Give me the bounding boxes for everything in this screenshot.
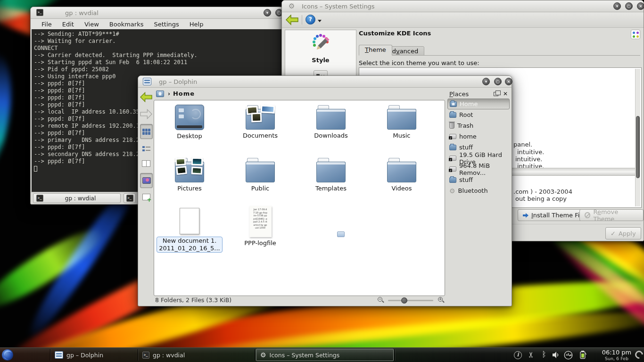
icons-view-button[interactable] <box>140 124 153 139</box>
minimize-button[interactable]: ▾ <box>482 78 490 85</box>
folder-item[interactable]: Pictures <box>157 156 223 192</box>
places-item-trash[interactable]: Trash <box>447 120 510 131</box>
pictures-folder-icon <box>175 158 204 182</box>
file-item[interactable]: Jan 17 09:4 7:18 gp-Asp ire-5738 pp pd[1… <box>227 206 293 247</box>
scrollbar[interactable] <box>635 69 640 206</box>
menu-settings[interactable]: Settings <box>149 21 183 28</box>
back-arrow-icon[interactable] <box>286 15 298 25</box>
folder-icon <box>449 112 456 118</box>
taskbar-task-konsole[interactable]: gp : wvdial <box>139 349 254 361</box>
back-button[interactable] <box>140 90 153 104</box>
dolphin-app-icon <box>55 351 63 359</box>
home-icon <box>450 101 457 107</box>
drag-ghost-icon <box>337 231 345 237</box>
split-view-icon <box>142 194 150 200</box>
konsole-tab[interactable]: gp : wvdial <box>33 193 121 203</box>
zoom-out-icon[interactable]: − <box>378 297 384 304</box>
bluetooth-icon[interactable]: ᛒ <box>542 350 546 359</box>
new-tab-button[interactable] <box>124 193 136 203</box>
details-view-button[interactable] <box>140 142 153 155</box>
menu-bookmarks[interactable]: Bookmarks <box>105 21 148 28</box>
split-view-button[interactable] <box>140 190 153 204</box>
battery-icon[interactable] <box>579 350 586 360</box>
close-button[interactable]: × <box>505 78 512 85</box>
folder-view[interactable]: Desktop Documents Downloads Music <box>154 100 445 296</box>
scrollbar-thumb[interactable] <box>636 116 640 178</box>
minimize-button[interactable]: ▾ <box>264 9 271 16</box>
help-icon[interactable]: ? <box>305 15 315 25</box>
folder-item[interactable]: Videos <box>369 156 435 192</box>
columns-view-button[interactable] <box>140 157 153 170</box>
places-item-root[interactable]: Root <box>447 109 510 120</box>
folder-item[interactable]: Documents <box>227 103 293 140</box>
folder-icon <box>316 158 346 182</box>
taskbar-task-system-settings[interactable]: ⚙ Icons – System Settings <box>256 349 394 361</box>
zoom-in-icon[interactable]: + <box>438 297 445 304</box>
chevron-down-icon[interactable] <box>318 20 322 22</box>
system-settings-titlebar[interactable]: ⚙ Icons – System Settings ▾ ○ × <box>282 0 644 12</box>
apply-button[interactable]: ✓ Apply <box>605 227 641 239</box>
folder-item[interactable]: Music <box>369 103 435 140</box>
clipboard-scissors-icon[interactable]: ✂ <box>527 352 536 358</box>
home-icon[interactable] <box>156 90 164 97</box>
icons-module-icon <box>631 30 640 39</box>
minimize-button[interactable]: ▾ <box>613 2 621 10</box>
remove-theme-button[interactable]: Remove Theme <box>579 209 644 221</box>
places-item-removable[interactable]: 964.8 MiB Remov... <box>447 164 510 174</box>
places-item-home-partition[interactable]: home <box>447 131 510 142</box>
folder-item[interactable]: Public <box>227 156 293 192</box>
toolbar-separator <box>302 15 302 25</box>
menu-help[interactable]: Help <box>185 21 208 28</box>
folder-icon <box>449 145 456 150</box>
zoom-slider-handle[interactable] <box>401 297 407 304</box>
menu-edit[interactable]: Edit <box>58 21 78 28</box>
places-panel-title: Places <box>447 90 494 98</box>
panel-settings-icon[interactable] <box>634 349 644 361</box>
desktop-folder-icon <box>175 105 204 130</box>
places-item-home[interactable]: Home <box>447 99 510 109</box>
places-item-bluetooth[interactable]: ⚙ Bluetooth <box>447 185 510 196</box>
folder-icon <box>246 158 275 182</box>
folder-item[interactable]: Downloads <box>298 103 364 140</box>
float-panel-icon[interactable] <box>494 92 498 96</box>
volume-icon[interactable] <box>552 351 560 359</box>
menu-file[interactable]: File <box>37 21 56 28</box>
konsole-titlebar[interactable]: gp : wvdial ▾ ○ × <box>31 7 285 19</box>
forward-button[interactable] <box>140 107 153 121</box>
maximize-button[interactable]: ○ <box>494 78 502 85</box>
usb-device-icon[interactable] <box>564 351 573 360</box>
konsole-tab-label: gp : wvdial <box>43 195 117 202</box>
page-title: Customize KDE Icons <box>359 30 431 37</box>
taskbar-task-dolphin[interactable]: gp – Dolphin <box>51 349 138 361</box>
breadcrumb-location[interactable]: Home <box>173 90 195 97</box>
clock-date: Sun, 6 Feb <box>601 356 633 361</box>
tab-theme[interactable]: Theme <box>359 45 392 56</box>
terminal-icon <box>36 195 43 202</box>
sidebar-item-style[interactable]: Style <box>285 30 356 64</box>
theme-list-text: intuitive. <box>517 148 544 156</box>
icons-view-icon <box>142 129 150 135</box>
document-file-icon <box>180 208 199 234</box>
preview-button[interactable] <box>140 173 153 188</box>
theme-list-text: panel. <box>513 141 532 148</box>
dolphin-titlebar[interactable]: gp – Dolphin ▾ ○ × <box>138 76 512 88</box>
close-panel-icon[interactable]: ✕ <box>503 90 508 97</box>
clock-time: 06:10 pm <box>601 349 633 356</box>
menu-view[interactable]: View <box>80 21 103 28</box>
dolphin-app-icon <box>143 78 151 85</box>
close-button[interactable]: × <box>637 2 644 10</box>
gear-icon: ⚙ <box>289 2 295 10</box>
taskbar: gp – Dolphin gp : wvdial ⚙ Icons – Syste… <box>0 347 644 362</box>
check-icon: ✓ <box>611 230 616 237</box>
removable-drive-icon <box>449 166 456 172</box>
folder-item[interactable]: Templates <box>298 156 364 192</box>
konsole-window-title: gp : wvdial <box>65 9 99 16</box>
back-arrow-icon <box>140 92 152 103</box>
maximize-button[interactable]: ○ <box>625 2 633 10</box>
file-item-selected[interactable]: New document 1. 2011_01_20_16_5... <box>157 207 223 253</box>
app-launcher-icon[interactable] <box>1 349 14 361</box>
clock[interactable]: 06:10 pm Sun, 6 Feb <box>601 349 633 361</box>
folder-item[interactable]: Desktop <box>157 103 223 140</box>
notifications-icon[interactable]: i <box>514 351 522 359</box>
zoom-slider[interactable] <box>388 300 433 301</box>
